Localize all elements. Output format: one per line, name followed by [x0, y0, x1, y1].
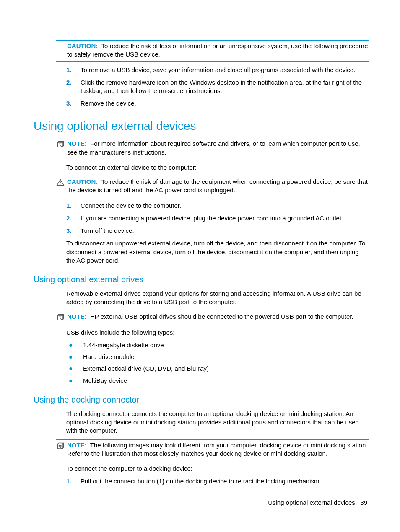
bullet-list: ●1.44-megabyte diskette drive ●Hard driv… [66, 341, 369, 385]
note-icon [56, 140, 65, 149]
page-number: 39 [360, 499, 367, 506]
caution-callout: CAUTION: To reduce the risk of damage to… [56, 176, 369, 197]
list-text: If you are connecting a powered device, … [81, 214, 369, 222]
list-number: 3. [66, 99, 81, 108]
list-number: 2. [66, 78, 81, 96]
list-item: 1.To remove a USB device, save your info… [66, 66, 369, 74]
list-number: 1. [66, 477, 81, 486]
list-text: External optical drive (CD, DVD, and Blu… [83, 364, 369, 373]
list-item: 1.Connect the device to the computer. [66, 201, 369, 210]
note-text: For more information about required soft… [67, 140, 360, 155]
note-text: The following images may look different … [67, 442, 367, 457]
list-text: Turn off the device. [81, 227, 369, 235]
list-item: ●Hard drive module [66, 353, 369, 361]
heading-using-the-docking-connector: Using the docking connector [34, 394, 369, 405]
callout-body: NOTE: HP external USB optical drives sho… [67, 312, 369, 321]
list-item: ●MultiBay device [66, 377, 369, 385]
ordered-list: 1.To remove a USB device, save your info… [66, 66, 369, 108]
bullet-icon: ● [66, 341, 83, 349]
list-item: 3.Turn off the device. [66, 227, 369, 235]
caution-icon [56, 178, 65, 187]
list-text: Hard drive module [83, 353, 369, 361]
list-item: 2.Click the remove hardware icon on the … [66, 78, 369, 96]
note-callout: NOTE: The following images may look diff… [56, 439, 369, 461]
list-text: Remove the device. [81, 99, 369, 108]
list-number: 3. [66, 227, 81, 235]
paragraph: The docking connector connects the compu… [66, 410, 369, 435]
note-label: NOTE: [67, 313, 87, 320]
bullet-icon: ● [66, 377, 83, 385]
bullet-icon: ● [66, 353, 83, 361]
list-number: 1. [66, 66, 81, 74]
caution-text: To reduce the risk of loss of informatio… [67, 42, 368, 58]
list-number: 1. [66, 201, 81, 210]
callout-body: NOTE: For more information about require… [67, 139, 369, 157]
note-callout: NOTE: HP external USB optical drives sho… [56, 311, 369, 324]
note-icon [56, 313, 65, 322]
caution-callout: CAUTION: To reduce the risk of loss of i… [56, 40, 369, 62]
list-item: 2.If you are connecting a powered device… [66, 214, 369, 222]
note-icon [56, 442, 65, 450]
heading-using-optional-external-drives: Using optional external drives [34, 274, 369, 285]
list-text: 1.44-megabyte diskette drive [83, 341, 369, 349]
paragraph: USB drives include the following types: [66, 328, 369, 337]
page-footer: Using optional external devices 39 [268, 498, 367, 507]
note-label: NOTE: [67, 442, 87, 449]
callout-body: NOTE: The following images may look diff… [67, 441, 369, 458]
list-item: 3.Remove the device. [66, 99, 369, 108]
ordered-list: 1.Connect the device to the computer. 2.… [66, 201, 369, 235]
callout-body: CAUTION: To reduce the risk of loss of i… [67, 42, 369, 59]
paragraph: To connect the computer to a docking dev… [66, 465, 369, 473]
ordered-list: 1. Pull out the connect button (1) on th… [66, 477, 369, 486]
bullet-icon: ● [66, 364, 83, 373]
paragraph: Removable external drives expand your op… [66, 289, 369, 307]
caution-text: To reduce the risk of damage to the equi… [67, 178, 368, 194]
bold-text: (1) [157, 478, 164, 485]
caution-label: CAUTION: [67, 42, 98, 49]
list-text: Pull out the connect button (1) on the d… [81, 477, 369, 486]
callout-body: CAUTION: To reduce the risk of damage to… [67, 178, 369, 195]
caution-label: CAUTION: [67, 178, 98, 185]
text-fragment: on the docking device to retract the loc… [164, 478, 321, 485]
list-text: Connect the device to the computer. [81, 201, 369, 210]
list-item: ●External optical drive (CD, DVD, and Bl… [66, 364, 369, 373]
list-number: 2. [66, 214, 81, 222]
note-label: NOTE: [67, 140, 87, 147]
heading-using-optional-external-devices: Using optional external devices [34, 118, 369, 134]
paragraph: To connect an external device to the com… [66, 163, 369, 172]
note-text: HP external USB optical drives should be… [90, 313, 353, 320]
list-text: Click the remove hardware icon on the Wi… [81, 78, 369, 96]
footer-title: Using optional external devices [268, 499, 355, 506]
list-item: 1. Pull out the connect button (1) on th… [66, 477, 369, 486]
paragraph: To disconnect an unpowered external devi… [66, 239, 369, 265]
document-page: CAUTION: To reduce the risk of loss of i… [0, 0, 400, 532]
note-callout: NOTE: For more information about require… [56, 138, 369, 159]
text-fragment: Pull out the connect button [81, 478, 157, 485]
list-text: MultiBay device [83, 377, 369, 385]
list-text: To remove a USB device, save your inform… [81, 66, 369, 74]
list-item: ●1.44-megabyte diskette drive [66, 341, 369, 349]
